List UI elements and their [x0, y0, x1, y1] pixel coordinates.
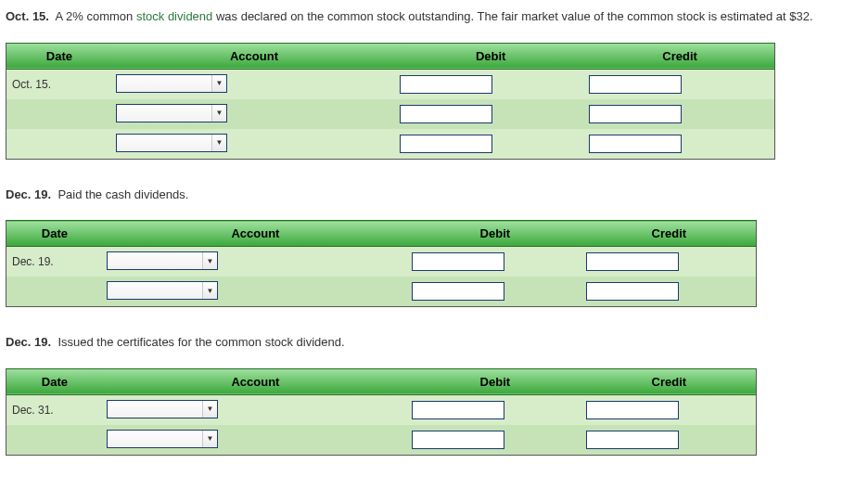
table-header-row: Date Account Debit Credit [6, 43, 775, 69]
col-header-debit: Debit [396, 43, 585, 69]
section-1-intro: Oct. 15. A 2% common stock dividend was … [6, 7, 862, 26]
account-select[interactable]: ▼ [116, 104, 227, 122]
section-1-intro-pre: A 2% common [55, 9, 135, 23]
credit-input[interactable] [589, 105, 682, 123]
account-select[interactable]: ▼ [116, 74, 227, 93]
section-2-intro-text: Paid the cash dividends. [57, 187, 188, 201]
date-cell: Dec. 31. [6, 394, 103, 425]
section-3-intro: Dec. 19. Issued the certificates for the… [6, 333, 862, 352]
stock-dividend-link[interactable]: stock dividend [136, 9, 212, 23]
debit-input[interactable] [412, 252, 504, 271]
account-select-value [108, 282, 202, 299]
col-header-date: Date [6, 43, 112, 69]
account-select-value [108, 401, 202, 418]
table-header-row: Date Account Debit Credit [6, 221, 757, 247]
col-header-account: Account [112, 43, 396, 69]
date-cell [6, 277, 103, 307]
credit-input[interactable] [586, 401, 679, 419]
section-2-intro: Dec. 19. Paid the cash dividends. [6, 186, 862, 204]
table-row: ▼ [6, 99, 775, 129]
chevron-down-icon: ▼ [202, 431, 217, 447]
credit-input[interactable] [586, 282, 679, 301]
date-cell: Dec. 19. [6, 247, 103, 277]
table-row: ▼ [6, 277, 757, 307]
debit-input[interactable] [412, 282, 504, 301]
col-header-date: Date [6, 221, 103, 247]
account-select-value [108, 252, 202, 269]
col-header-debit: Debit [408, 368, 582, 394]
account-select[interactable]: ▼ [107, 251, 218, 270]
account-select[interactable]: ▼ [107, 430, 218, 448]
chevron-down-icon: ▼ [211, 105, 226, 122]
col-header-credit: Credit [585, 43, 774, 69]
table-row: Oct. 15. ▼ [6, 69, 775, 99]
col-header-date: Date [6, 368, 103, 394]
credit-input[interactable] [586, 252, 679, 271]
section-3-date: Dec. 19. [6, 335, 51, 349]
journal-table-2: Date Account Debit Credit Dec. 19. ▼ ▼ [6, 220, 757, 307]
account-select[interactable]: ▼ [107, 400, 218, 418]
credit-input[interactable] [589, 75, 682, 94]
col-header-credit: Credit [582, 221, 757, 247]
account-select[interactable]: ▼ [116, 134, 227, 152]
col-header-account: Account [103, 368, 408, 394]
section-1-date: Oct. 15. [6, 9, 49, 23]
table-row: ▼ [6, 129, 775, 160]
chevron-down-icon: ▼ [211, 135, 226, 151]
section-3-intro-text: Issued the certificates for the common s… [57, 335, 344, 349]
table-row: ▼ [6, 425, 757, 456]
col-header-credit: Credit [582, 368, 757, 394]
chevron-down-icon: ▼ [202, 282, 217, 299]
debit-input[interactable] [400, 135, 492, 153]
debit-input[interactable] [400, 105, 492, 123]
account-select[interactable]: ▼ [107, 281, 218, 300]
section-1-intro-post: was declared on the common stock outstan… [212, 9, 812, 23]
journal-table-2-wrap: Date Account Debit Credit Dec. 19. ▼ ▼ [6, 220, 862, 307]
date-cell [6, 129, 112, 160]
date-cell [6, 99, 112, 129]
chevron-down-icon: ▼ [202, 401, 217, 418]
chevron-down-icon: ▼ [202, 252, 217, 269]
account-select-value [117, 75, 211, 92]
table-row: Dec. 31. ▼ [6, 394, 757, 425]
section-2-date: Dec. 19. [6, 187, 51, 201]
journal-table-3: Date Account Debit Credit Dec. 31. ▼ ▼ [6, 368, 757, 456]
col-header-debit: Debit [408, 221, 582, 247]
account-select-value [117, 135, 211, 151]
debit-input[interactable] [400, 75, 492, 94]
debit-input[interactable] [412, 431, 504, 449]
journal-table-1-wrap: Date Account Debit Credit Oct. 15. ▼ ▼ [6, 43, 862, 160]
account-select-value [108, 431, 202, 447]
credit-input[interactable] [586, 431, 679, 449]
chevron-down-icon: ▼ [211, 75, 226, 92]
debit-input[interactable] [412, 401, 504, 419]
date-cell [6, 425, 103, 456]
account-select-value [117, 105, 211, 122]
date-cell: Oct. 15. [6, 69, 112, 99]
table-header-row: Date Account Debit Credit [6, 368, 757, 394]
journal-table-1: Date Account Debit Credit Oct. 15. ▼ ▼ [6, 43, 775, 160]
credit-input[interactable] [589, 135, 682, 153]
journal-table-3-wrap: Date Account Debit Credit Dec. 31. ▼ ▼ [6, 368, 862, 456]
col-header-account: Account [103, 221, 408, 247]
table-row: Dec. 19. ▼ [6, 247, 757, 277]
